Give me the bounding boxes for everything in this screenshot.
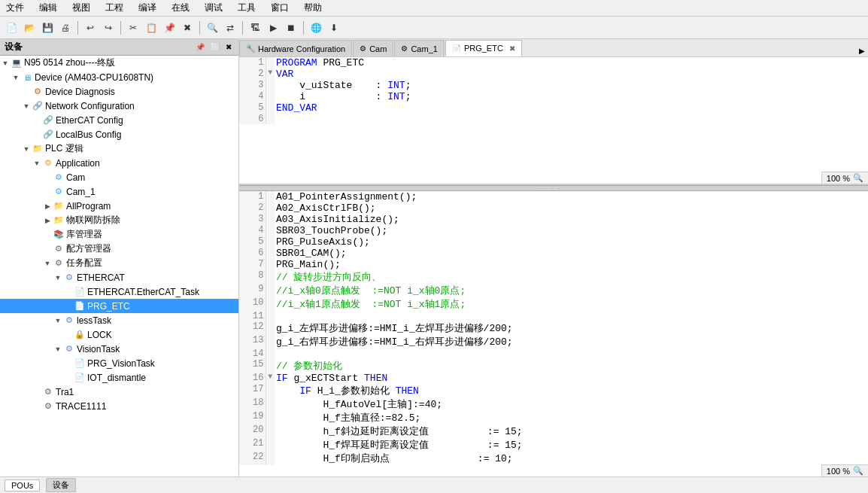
fold-gutter[interactable]	[266, 411, 275, 425]
fold-gutter[interactable]	[266, 359, 275, 373]
btn-cut[interactable]: ✂	[125, 20, 141, 36]
btn-delete[interactable]: ✖	[179, 20, 196, 36]
tree-toggle[interactable]: ▼	[42, 260, 53, 267]
fold-gutter[interactable]	[266, 321, 275, 335]
fold-gutter[interactable]	[266, 348, 275, 359]
fold-gutter[interactable]	[266, 311, 275, 321]
btn-stop[interactable]: ⏹	[283, 20, 299, 36]
fold-gutter[interactable]	[266, 225, 275, 236]
tree-item-cam1-item[interactable]: ⚙ Cam_1	[0, 184, 238, 199]
tab-close-prg-etc[interactable]: ✖	[509, 44, 515, 53]
tree-item-prg-vision[interactable]: 📄 PRG_VisionTask	[0, 356, 238, 370]
tree-item-lib[interactable]: 📚 库管理器	[0, 227, 238, 242]
tree-item-root[interactable]: ▼ 💻 N95 0514 zhou----终版	[0, 56, 238, 70]
fold-gutter[interactable]	[266, 397, 275, 411]
tree-item-ethercat[interactable]: 🔗 EtherCAT Config	[0, 113, 238, 127]
fold-gutter[interactable]	[266, 335, 275, 348]
code-content[interactable]: g_i_右焊耳步进偏移:=HMI_i_右焊耳步进偏移/200;	[275, 335, 868, 348]
device-tree[interactable]: ▼ 💻 N95 0514 zhou----终版 ▼ 🖥 Device (AM40…	[0, 56, 238, 476]
code-content[interactable]: IF H_i_参数初始化 THEN	[275, 384, 868, 397]
menu-help[interactable]: 帮助	[301, 1, 325, 15]
tab-prg-etc[interactable]: 📄 PRG_ETC ✖	[445, 40, 522, 56]
code-content[interactable]: v_uiState : INT;	[275, 80, 868, 91]
code-content[interactable]: //i_x轴1原点触发 :=NOT i_x轴1原点;	[275, 297, 868, 311]
fold-gutter[interactable]	[266, 102, 275, 114]
tree-item-tra1[interactable]: ⚙ Tra1	[0, 385, 238, 399]
tab-more-btn[interactable]: ▶	[856, 45, 868, 56]
code-content[interactable]: h_f斜边延时距离设定值 := 15;	[275, 425, 868, 438]
tree-item-cam-item[interactable]: ⚙ Cam	[0, 170, 238, 184]
code-content[interactable]: PRG_Main();	[275, 259, 868, 270]
tree-toggle[interactable]: ▼	[0, 59, 11, 67]
code-content[interactable]	[275, 114, 868, 124]
tree-item-network[interactable]: ▼ 🔗 Network Configuration	[0, 99, 238, 113]
menu-window[interactable]: 窗口	[268, 1, 292, 15]
tree-item-localbus[interactable]: 🔗 LocalBus Config	[0, 127, 238, 142]
code-content[interactable]: H_fAutoVel[主轴]:=40;	[275, 397, 868, 411]
tree-toggle[interactable]: ▼	[11, 74, 21, 81]
fold-gutter[interactable]	[266, 297, 275, 311]
code-content[interactable]: i : INT;	[275, 91, 868, 102]
fold-gutter[interactable]	[266, 202, 275, 214]
code-content[interactable]: H_f焊耳延时距离设定值 := 15;	[275, 438, 868, 452]
btn-online[interactable]: 🌐	[308, 20, 324, 36]
tree-toggle[interactable]: ▼	[53, 317, 63, 324]
menu-tools[interactable]: 工具	[235, 1, 259, 15]
tree-item-iot-dismantle[interactable]: 📄 IOT_dismantle	[0, 370, 238, 385]
tree-item-diagnosis[interactable]: ⚙ Device Diagnosis	[0, 84, 238, 99]
fold-gutter[interactable]: ▼	[266, 68, 275, 80]
tree-toggle[interactable]: ▼	[32, 160, 42, 167]
code-section-top[interactable]: 1 PROGRAM PRG_ETC 2 ▼ VAR 3 v_uiState : …	[239, 57, 868, 185]
tree-item-trace1111[interactable]: ⚙ TRACE1111	[0, 399, 238, 413]
fold-gutter[interactable]	[266, 259, 275, 270]
btn-download[interactable]: ⬇	[326, 20, 342, 36]
fold-gutter[interactable]	[266, 214, 275, 225]
btn-redo[interactable]: ↪	[100, 20, 117, 36]
fold-gutter[interactable]	[266, 191, 275, 202]
code-content[interactable]: //i_x轴0原点触发 :=NOT i_x轴0原点;	[275, 284, 868, 297]
tree-item-plc[interactable]: ▼ 📁 PLC 逻辑	[0, 142, 238, 156]
code-content[interactable]	[275, 311, 868, 321]
code-content[interactable]: // 旋转步进方向反向、	[275, 270, 868, 284]
code-content[interactable]: SBR03_TouchProbe();	[275, 225, 868, 236]
btn-search[interactable]: 🔍	[204, 20, 220, 36]
fold-gutter[interactable]	[266, 114, 275, 124]
code-content[interactable]: H_f印制启动点 := 10;	[275, 452, 868, 465]
btn-build[interactable]: 🏗	[247, 20, 263, 36]
zoom-top-icon[interactable]: 🔍	[853, 173, 863, 183]
btn-open[interactable]: 📂	[21, 20, 38, 36]
fold-gutter[interactable]	[266, 80, 275, 91]
fold-gutter[interactable]	[266, 452, 275, 465]
code-content[interactable]: A02_AxisCtrlFB();	[275, 202, 868, 214]
btn-new[interactable]: 📄	[3, 20, 20, 36]
tree-item-prg-etc-item[interactable]: 📄 PRG_ETC	[0, 299, 238, 313]
tree-item-lesstask[interactable]: ▼ ⚙ lessTask	[0, 313, 238, 327]
tab-hw-config[interactable]: 🔧 Hardware Configuration	[239, 40, 352, 56]
code-splitter[interactable]: · · · · ·	[239, 185, 868, 191]
fold-gutter[interactable]	[266, 248, 275, 259]
code-content[interactable]: g_i_左焊耳步进偏移:=HMI_i_左焊耳步进偏移/200;	[275, 321, 868, 335]
menu-debug[interactable]: 调试	[202, 1, 226, 15]
menu-file[interactable]: 文件	[3, 1, 27, 15]
code-content[interactable]: A03_AxisInitialize();	[275, 214, 868, 225]
tree-toggle[interactable]: ▼	[21, 145, 32, 153]
tree-toggle[interactable]: ▶	[42, 202, 53, 210]
tree-item-device[interactable]: ▼ 🖥 Device (AM403-CPU1608TN)	[0, 70, 238, 84]
menu-view[interactable]: 视图	[69, 1, 93, 15]
fold-gutter[interactable]	[266, 384, 275, 397]
tree-item-recipe[interactable]: ⚙ 配方管理器	[0, 242, 238, 256]
fold-gutter[interactable]	[266, 270, 275, 284]
tree-item-ethercat-task[interactable]: ▼ ⚙ ETHERCAT	[0, 270, 238, 285]
menu-compile[interactable]: 编译	[135, 1, 159, 15]
tree-item-lock[interactable]: 🔒 LOCK	[0, 327, 238, 342]
panel-float-btn[interactable]: ⬜	[208, 43, 222, 51]
btn-run[interactable]: ▶	[265, 20, 281, 36]
tree-toggle[interactable]: ▼	[21, 102, 32, 110]
bottom-tab-pous[interactable]: POUs	[5, 479, 40, 491]
tab-cam1[interactable]: ⚙ Cam_1	[394, 40, 444, 56]
fold-gutter[interactable]	[266, 91, 275, 102]
fold-gutter[interactable]	[266, 236, 275, 248]
code-content[interactable]: // 参数初始化	[275, 359, 868, 373]
tree-item-visiontask[interactable]: ▼ ⚙ VisionTask	[0, 342, 238, 356]
code-content[interactable]	[275, 348, 868, 359]
